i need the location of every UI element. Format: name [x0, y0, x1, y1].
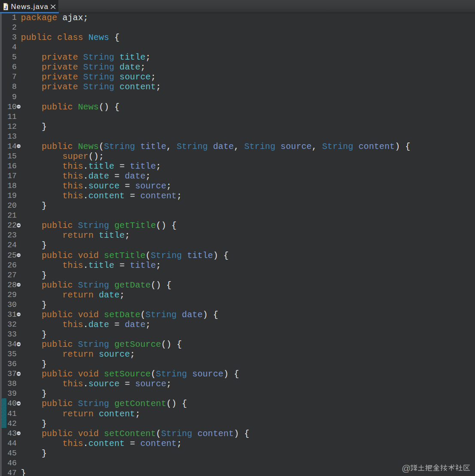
svg-text:@: @: [402, 463, 411, 473]
